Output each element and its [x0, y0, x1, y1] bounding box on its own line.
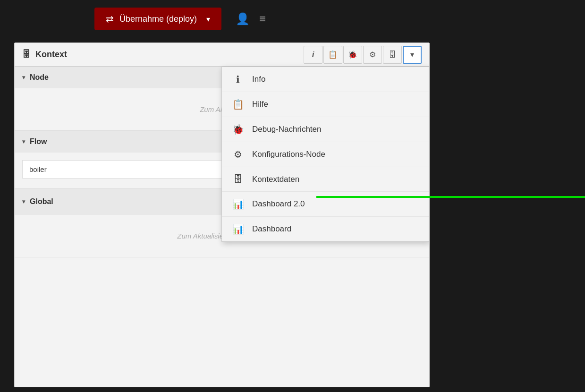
gear-icon: ⚙: [369, 50, 376, 59]
debug-icon: 🐞: [231, 124, 245, 135]
dash-icon: 📊: [231, 223, 245, 235]
config-label: Konfigurations-Node: [252, 150, 325, 159]
dropdown-item-dash[interactable]: 📊Dashboard: [222, 217, 429, 241]
dropdown-item-config[interactable]: ⚙Konfigurations-Node: [222, 142, 429, 167]
deploy-button[interactable]: ⇄ Übernahme (deploy) ▾: [94, 8, 221, 30]
main-panel: 🗄 Kontext i 📋 🐞 ⚙ 🗄 ▾ ℹInfo�: [14, 43, 430, 387]
info-icon: i: [312, 50, 314, 60]
panel-title: 🗄 Kontext: [22, 50, 304, 60]
topbar-icons: 👤 ≡: [236, 12, 266, 26]
global-chevron-icon: ▾: [22, 198, 25, 205]
chevron-down-icon: ▾: [410, 50, 414, 59]
flow-chevron-icon: ▾: [22, 138, 25, 145]
deploy-dropdown-arrow: ▾: [206, 15, 210, 24]
toolbar-debug-button[interactable]: 🐞: [343, 46, 362, 64]
dash2-label: Dashboard 2.0: [252, 199, 305, 209]
chevron-icon: ▾: [22, 74, 25, 81]
context-icon: 🗄: [231, 174, 245, 185]
dash-label: Dashboard: [252, 224, 291, 234]
dropdown-item-debug[interactable]: 🐞Debug-Nachrichten: [222, 117, 429, 142]
bug-icon: 🐞: [348, 50, 357, 59]
hilfe-icon: 📋: [231, 99, 245, 110]
deploy-icon: ⇄: [106, 13, 114, 25]
toolbar-book-button[interactable]: 📋: [323, 46, 342, 64]
debug-label: Debug-Nachrichten: [252, 125, 321, 134]
user-icon[interactable]: 👤: [236, 12, 250, 26]
info-label: Info: [252, 75, 265, 84]
dropdown-item-info[interactable]: ℹInfo: [222, 67, 429, 92]
hamburger-menu-icon[interactable]: ≡: [259, 12, 266, 26]
dropdown-menu: ℹInfo📋Hilfe🐞Debug-Nachrichten⚙Konfigurat…: [221, 67, 429, 242]
toolbar-db-button[interactable]: 🗄: [383, 46, 402, 64]
dropdown-item-hilfe[interactable]: 📋Hilfe: [222, 92, 429, 117]
panel-toolbar: i 📋 🐞 ⚙ 🗄 ▾: [304, 46, 422, 64]
toolbar-gear-button[interactable]: ⚙: [363, 46, 382, 64]
dropdown-item-context[interactable]: 🗄Kontextdaten: [222, 167, 429, 192]
toolbar-info-button[interactable]: i: [304, 46, 322, 64]
dropdown-item-dash2[interactable]: 📊Dashboard 2.0: [222, 192, 429, 217]
book-icon: 📋: [328, 50, 338, 59]
green-line-indicator: [316, 196, 585, 198]
topbar: ⇄ Übernahme (deploy) ▾ 👤 ≡: [0, 0, 585, 38]
panel-title-text: Kontext: [35, 50, 67, 60]
database-icon: 🗄: [389, 51, 396, 59]
toolbar-dropdown-button[interactable]: ▾: [403, 46, 422, 64]
config-icon: ⚙: [231, 149, 245, 160]
section-flow-label: Flow: [30, 137, 47, 146]
section-global-label: Global: [30, 197, 53, 206]
section-node-label: Node: [30, 73, 49, 82]
dash2-icon: 📊: [231, 198, 245, 210]
context-label: Kontextdaten: [252, 175, 299, 184]
hilfe-label: Hilfe: [252, 100, 268, 109]
panel-header: 🗄 Kontext i 📋 🐞 ⚙ 🗄 ▾ ℹInfo�: [15, 43, 429, 67]
info-icon: ℹ: [231, 74, 245, 85]
deploy-label: Übernahme (deploy): [119, 14, 197, 24]
panel-title-db-icon: 🗄: [22, 50, 31, 60]
